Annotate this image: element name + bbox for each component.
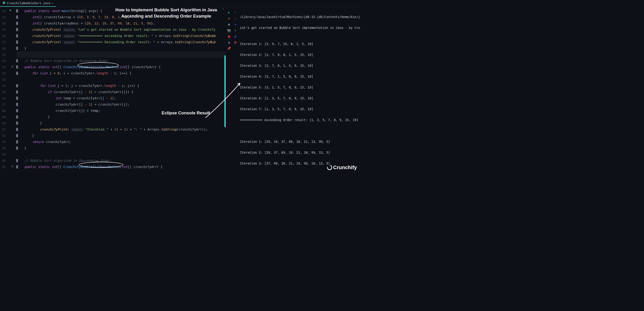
- rerun-icon[interactable]: ▶: [227, 10, 231, 15]
- editor-tab-active[interactable]: CrunchifyBubbleSort.java ×: [0, 0, 56, 7]
- crunchify-icon: [326, 164, 333, 171]
- export-icon[interactable]: ⬇: [233, 28, 238, 33]
- print-icon[interactable]: 🖨: [233, 34, 238, 39]
- override-gutter-icon[interactable]: @: [12, 65, 13, 68]
- settings-icon[interactable]: ⚙: [227, 16, 231, 21]
- pin-icon[interactable]: 📌: [227, 46, 231, 51]
- console-output[interactable]: /Library/Java/JavaVirtualMachines/jdk-15…: [239, 7, 360, 172]
- console-label-overlay: Eclipse Console Result: [162, 110, 210, 116]
- tutorial-title-overlay: How to Implement Bubble Sort Algorithm i…: [106, 7, 226, 19]
- up-arrow-icon[interactable]: ↑: [233, 10, 238, 15]
- run-output-panel: ▶ ⚙ ■ 📷 🐞 ▦ 📌 ↑ ↓ ⇥ ⬇ 🖨 🗑 /Library/Java/…: [226, 7, 360, 172]
- line-number-gutter: 121314 151617 181920 212223 242526 27282…: [0, 7, 7, 170]
- down-arrow-icon[interactable]: ↓: [233, 16, 238, 21]
- brand-logo: Crunchify: [327, 165, 357, 171]
- highlight-circle-ascending: [78, 62, 119, 68]
- gutter-marks: ▶ @ @: [7, 7, 16, 170]
- code-editor[interactable]: 121314 151617 181920 212223 242526 27282…: [0, 7, 226, 172]
- editor-tab-bar: CrunchifyBubbleSort.java × Run: Crunchif…: [0, 0, 360, 7]
- wrap-icon[interactable]: ⇥: [233, 22, 238, 27]
- delete-icon[interactable]: 🗑: [233, 40, 238, 45]
- layout-icon[interactable]: ▦: [227, 40, 231, 45]
- arrow-annotation: [203, 81, 245, 122]
- stop-icon[interactable]: ■: [227, 22, 231, 27]
- override-gutter-icon[interactable]: @: [12, 165, 13, 168]
- highlight-circle-descending: [79, 162, 123, 168]
- svg-point-0: [3, 2, 5, 4]
- close-icon[interactable]: ×: [52, 2, 54, 5]
- code-area[interactable]: public static void main(String[] args) {…: [16, 7, 226, 170]
- bug-icon[interactable]: 🐞: [227, 34, 231, 39]
- camera-icon[interactable]: 📷: [227, 28, 231, 33]
- tab-label: CrunchifyBubbleSort.java: [7, 2, 50, 5]
- run-gutter-icon[interactable]: ▶: [10, 8, 12, 12]
- java-file-icon: [2, 1, 6, 5]
